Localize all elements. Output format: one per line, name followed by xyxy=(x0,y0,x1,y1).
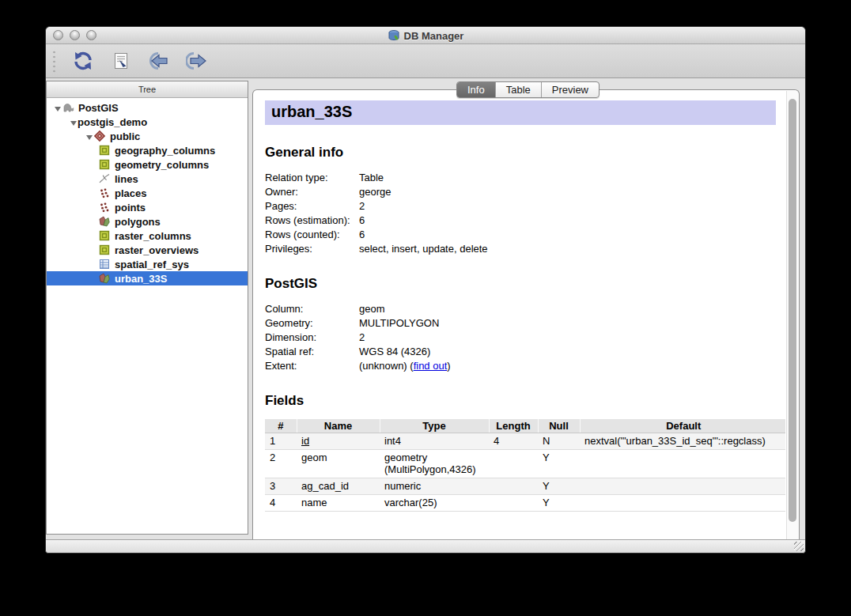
tree-item-spatial-ref-sys[interactable]: spatial_ref_sys xyxy=(47,257,248,271)
tree-item-public[interactable]: public xyxy=(47,129,248,143)
tree-item-raster-columns[interactable]: raster_columns xyxy=(47,229,248,243)
toolbar-drag-handle[interactable] xyxy=(51,49,56,73)
info-label: Privileges: xyxy=(265,242,359,256)
tree-item-geometry-columns[interactable]: geometry_columns xyxy=(47,157,248,172)
info-label: Rows (counted): xyxy=(265,228,359,242)
info-value: 6 xyxy=(359,214,365,228)
resize-grip-icon[interactable] xyxy=(794,542,804,551)
tree-item-label: postgis_demo xyxy=(78,116,147,128)
tree-item-label: raster_overviews xyxy=(115,244,199,256)
connection-tree: PostGIS postgis_demo public geography_co… xyxy=(47,98,248,285)
info-row: Relation type:Table xyxy=(265,171,776,185)
info-value: Table xyxy=(359,171,384,185)
field-name: geom xyxy=(297,450,380,478)
info-label: Extent: xyxy=(265,359,359,373)
general-info-heading: General info xyxy=(265,145,776,161)
minimize-button[interactable] xyxy=(70,30,80,40)
window-controls xyxy=(53,30,96,40)
extent-prefix: (unknown) ( xyxy=(359,360,414,372)
title-bar: DB Manager xyxy=(46,27,805,44)
tree-item-label: spatial_ref_sys xyxy=(115,259,189,270)
collapse-arrow-icon[interactable] xyxy=(51,102,62,114)
tree-item-polygons[interactable]: polygons xyxy=(47,214,248,229)
tree-item-urban-33s[interactable]: urban_33S xyxy=(47,271,248,285)
vertical-scrollbar[interactable] xyxy=(786,91,798,539)
polygon-layer-icon xyxy=(98,215,111,228)
info-value: 6 xyxy=(359,228,365,242)
toolbar xyxy=(46,44,805,78)
tree-item-places[interactable]: places xyxy=(47,186,248,200)
info-row: Dimension:2 xyxy=(265,331,776,345)
postgis-connection-icon xyxy=(62,101,74,114)
import-layer-button[interactable] xyxy=(143,48,175,74)
tree-item-label: geometry_columns xyxy=(115,159,209,171)
polygon-layer-icon xyxy=(98,272,111,285)
export-layer-icon xyxy=(186,51,208,71)
col-default: Default xyxy=(580,419,785,433)
info-label: Owner: xyxy=(265,185,359,199)
info-value: 2 xyxy=(359,199,365,214)
status-bar xyxy=(46,539,805,553)
tree-item-label: polygons xyxy=(115,216,161,228)
tree-item-geography-columns[interactable]: geography_columns xyxy=(47,143,248,157)
scrollbar-thumb[interactable] xyxy=(789,99,796,522)
database-icon xyxy=(388,29,400,42)
info-value: geom xyxy=(359,302,385,316)
tree-item-label: places xyxy=(115,187,146,199)
table-layer-icon xyxy=(98,158,111,171)
info-value: george xyxy=(359,185,391,199)
info-row: Owner:george xyxy=(265,185,776,199)
postgis-heading: PostGIS xyxy=(265,276,776,292)
info-row: Spatial ref:WGS 84 (4326) xyxy=(265,345,776,359)
field-default xyxy=(580,450,785,478)
tree-item-postgis-demo[interactable]: postgis_demo xyxy=(47,115,248,129)
info-value: WGS 84 (4326) xyxy=(359,345,430,359)
table-icon xyxy=(98,258,111,270)
tree-item-raster-overviews[interactable]: raster_overviews xyxy=(47,243,248,257)
col-name: Name xyxy=(297,419,380,433)
tree-item-points[interactable]: points xyxy=(47,200,248,214)
info-label: Rows (estimation): xyxy=(265,214,359,228)
window-body: Tree PostGIS postgis_demo public xyxy=(46,79,805,539)
zoom-button[interactable] xyxy=(86,30,96,40)
field-length xyxy=(489,450,538,478)
tree-item-postgis[interactable]: PostGIS xyxy=(47,100,248,115)
col-null: Null xyxy=(538,419,580,433)
tree-item-label: public xyxy=(110,130,140,142)
field-num: 3 xyxy=(265,478,297,495)
point-layer-icon xyxy=(98,187,111,199)
field-null: N xyxy=(538,433,580,450)
info-label: Column: xyxy=(265,302,359,316)
collapse-arrow-icon[interactable] xyxy=(82,130,93,142)
table-title: urban_33S xyxy=(265,100,776,125)
tab-info[interactable]: Info xyxy=(457,82,496,97)
window-title: DB Manager xyxy=(404,30,464,42)
table-layer-icon xyxy=(98,144,111,157)
info-row: Privileges:select, insert, update, delet… xyxy=(265,242,776,256)
sql-window-button[interactable] xyxy=(105,48,137,74)
field-default xyxy=(580,495,785,512)
find-out-link[interactable]: find out xyxy=(414,360,448,372)
table-layer-icon xyxy=(98,229,111,242)
field-length xyxy=(489,495,538,512)
tab-table[interactable]: Table xyxy=(496,82,542,97)
field-num: 2 xyxy=(265,450,297,478)
refresh-button[interactable] xyxy=(67,48,99,74)
collapse-arrow-icon[interactable] xyxy=(66,116,78,128)
close-button[interactable] xyxy=(53,30,63,40)
tree-item-label: raster_columns xyxy=(115,230,191,242)
info-label: Relation type: xyxy=(265,171,359,185)
info-label: Geometry: xyxy=(265,316,359,331)
tree-item-lines[interactable]: lines xyxy=(47,172,248,186)
field-null: Y xyxy=(538,450,580,478)
tab-preview[interactable]: Preview xyxy=(542,82,599,97)
export-layer-button[interactable] xyxy=(181,48,213,74)
field-row: 4 name varchar(25) Y xyxy=(265,495,785,512)
info-label: Spatial ref: xyxy=(265,345,359,359)
info-panel: urban_33S General info Relation type:Tab… xyxy=(252,89,800,539)
field-type: geometry (MultiPolygon,4326) xyxy=(380,450,489,478)
primary-key-field: id xyxy=(301,435,309,447)
col-num: # xyxy=(265,419,297,433)
info-label: Pages: xyxy=(265,199,359,214)
schema-icon xyxy=(93,130,106,142)
